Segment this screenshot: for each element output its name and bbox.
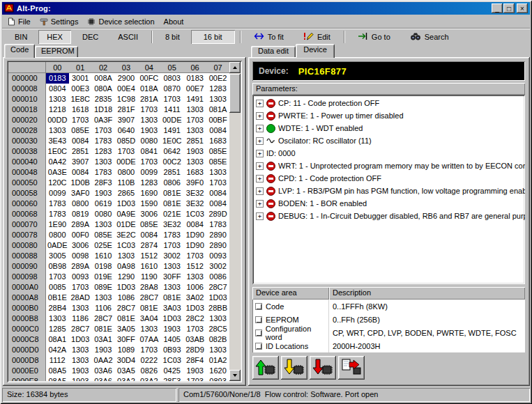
expand-icon[interactable]: + <box>256 200 264 208</box>
hex-cell[interactable]: 00E7 <box>183 84 206 94</box>
hex-cell[interactable]: 1703 <box>69 282 92 293</box>
hex-cell[interactable]: 1783 <box>92 167 115 178</box>
hex-cell[interactable]: 0086 <box>206 272 229 282</box>
hex-cell[interactable]: 1303 <box>160 261 183 272</box>
hex-cell[interactable]: 1C03 <box>115 240 138 251</box>
hex-cell[interactable]: 01DE <box>115 219 138 230</box>
hex-cell[interactable]: 1D03 <box>183 303 206 313</box>
hex-cell[interactable]: 0804 <box>46 84 69 94</box>
hex-cell[interactable]: 00E3 <box>69 84 92 94</box>
8bit-button[interactable]: 8 bit <box>157 30 188 44</box>
table-row[interactable]: Configuration wordCP, WRT, CPD, LVP, BOD… <box>252 326 525 339</box>
hex-cell[interactable]: 00DE <box>160 115 183 125</box>
hex-cell[interactable]: 085E <box>206 157 229 167</box>
hex-cell[interactable]: 1C03 <box>183 209 206 219</box>
hex-cell[interactable]: 1703 <box>183 251 206 261</box>
hex-cell[interactable]: 1703 <box>137 104 160 115</box>
hex-cell[interactable]: 0084 <box>206 188 229 199</box>
hex-cell[interactable]: 0A98 <box>115 261 138 272</box>
to-fit-button[interactable]: To fit <box>245 30 292 44</box>
parameter-item[interactable]: +LVP: 1 - RB3/PGM pin has PGM function, … <box>254 185 525 197</box>
hex-cell[interactable]: 1683 <box>183 167 206 178</box>
hex-cell[interactable]: 3A05 <box>115 324 138 334</box>
hex-cell[interactable]: 3A02 <box>183 293 206 303</box>
hex-cell[interactable]: 0A3F <box>92 115 115 125</box>
hex-cell[interactable]: 0084 <box>183 219 206 230</box>
hex-cell[interactable]: 1620 <box>206 366 229 376</box>
hex-cell[interactable]: 0800 <box>115 167 138 178</box>
hex-cell[interactable]: 281F <box>115 104 138 115</box>
hex-cell[interactable]: 1703 <box>69 115 92 125</box>
hex-cell[interactable]: 1086 <box>115 293 138 303</box>
hex-cell[interactable]: 28C2 <box>183 313 206 324</box>
hex-cell[interactable]: 0806 <box>160 178 183 188</box>
hex-cell[interactable]: 1D90 <box>183 240 206 251</box>
hex-cell[interactable]: 1E0C <box>46 146 69 157</box>
hex-cell[interactable]: 1491 <box>160 125 183 136</box>
hex-cell[interactable]: 289A <box>69 219 92 230</box>
hex-cell[interactable]: 3E32 <box>183 188 206 199</box>
hex-cell[interactable]: 1283 <box>137 178 160 188</box>
hex-cell[interactable]: 0222 <box>137 355 160 366</box>
hex-cell[interactable]: 080A <box>92 84 115 94</box>
hex-cell[interactable]: 07AA <box>137 334 160 345</box>
hex-cell[interactable]: 0803 <box>160 73 183 84</box>
hex-cell[interactable]: 0826 <box>137 366 160 376</box>
hex-cell[interactable]: 00E2 <box>206 73 229 84</box>
hex-cell[interactable]: 1903 <box>69 376 92 381</box>
hex-cell[interactable]: 3E32 <box>183 199 206 209</box>
hex-cell[interactable]: 3AF0 <box>69 188 92 199</box>
hex-cell[interactable]: 1703 <box>183 376 206 381</box>
hex-cell[interactable]: 00BF <box>206 115 229 125</box>
hex-cell[interactable]: 085E <box>206 146 229 157</box>
hex-cell[interactable]: 1703 <box>160 94 183 104</box>
expand-icon[interactable]: + <box>256 100 264 107</box>
hex-cell[interactable]: 1411 <box>160 104 183 115</box>
hex-cell[interactable]: 1D03 <box>115 199 138 209</box>
hex-cell[interactable]: 0619 <box>92 199 115 209</box>
hex-cell[interactable]: 1703 <box>92 125 115 136</box>
hex-cell[interactable]: 1703 <box>46 272 69 282</box>
hex-cell[interactable]: 03A5 <box>115 366 138 376</box>
hex-cell[interactable]: 1703 <box>115 146 138 157</box>
hex-cell[interactable]: 1303 <box>183 125 206 136</box>
parameter-item[interactable]: +Oscilator: RC oscillator (11) <box>254 134 525 147</box>
minimize-button[interactable]: _ <box>492 3 503 13</box>
menu-about[interactable]: About <box>160 16 189 28</box>
hex-cell[interactable]: 018A <box>137 84 160 94</box>
expand-icon[interactable]: + <box>256 125 264 132</box>
hex-cell[interactable]: 0080 <box>137 136 160 146</box>
dec-button[interactable]: DEC <box>74 30 107 44</box>
parameter-item[interactable]: +CPD: 1 - Code protection OFF <box>254 172 525 185</box>
ascii-button[interactable]: ASCII <box>109 30 146 44</box>
hex-cell[interactable]: 1D03 <box>206 293 229 303</box>
hex-cell[interactable]: 1D03 <box>160 313 183 324</box>
hex-cell[interactable]: 1218 <box>46 104 69 115</box>
hex-cell[interactable]: 1303 <box>69 303 92 313</box>
expand-icon[interactable]: + <box>256 187 264 195</box>
scrollbar-thumb[interactable] <box>229 74 241 113</box>
hex-cell[interactable]: 0183 <box>46 73 69 84</box>
hex-cell[interactable]: 3002 <box>160 251 183 261</box>
hex-cell[interactable]: 1303 <box>46 313 69 324</box>
hex-cell[interactable]: 1512 <box>183 261 206 272</box>
hex-cell[interactable]: 3005 <box>46 251 69 261</box>
hex-cell[interactable]: 1D03 <box>69 334 92 345</box>
hex-cell[interactable]: 28F3 <box>92 178 115 188</box>
hex-cell[interactable]: 01A2 <box>206 355 229 366</box>
hex-cell[interactable]: 1303 <box>46 125 69 136</box>
hex-cell[interactable]: 28C7 <box>69 324 92 334</box>
hex-cell[interactable]: 1690 <box>137 188 160 199</box>
hex-button[interactable]: HEX <box>38 30 71 44</box>
hex-cell[interactable]: 1783 <box>92 136 115 146</box>
hex-cell[interactable]: 0B1E <box>46 293 69 303</box>
hex-cell[interactable]: 1783 <box>206 219 229 230</box>
hex-cell[interactable]: 1903 <box>92 345 115 355</box>
parameter-item[interactable]: +WRT: 1 - Unprotected program memory may… <box>254 160 525 172</box>
hex-cell[interactable]: 00FC <box>137 73 160 84</box>
hex-cell[interactable]: 1D03 <box>115 282 138 293</box>
hex-cell[interactable]: 0093 <box>206 251 229 261</box>
hex-cell[interactable]: 3E2C <box>115 230 138 240</box>
hex-cell[interactable]: 0080 <box>92 209 115 219</box>
hex-cell[interactable]: 08A5 <box>46 376 69 381</box>
